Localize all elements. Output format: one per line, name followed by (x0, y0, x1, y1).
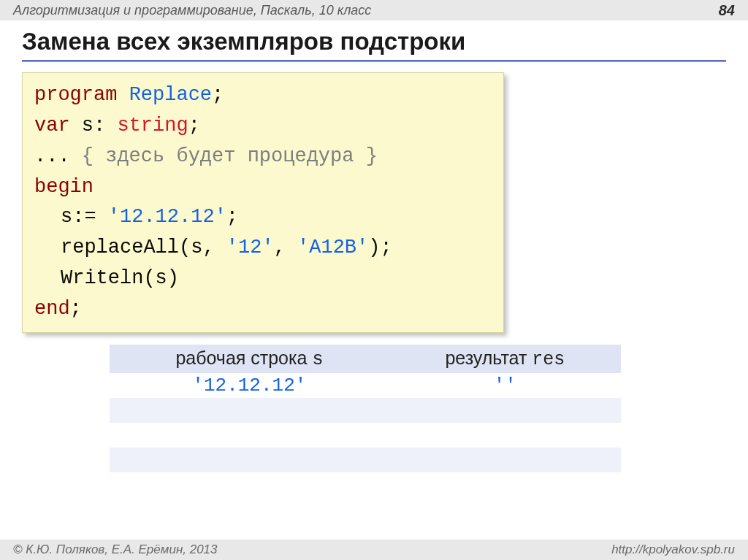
fn-writeln: Writeln (61, 267, 143, 289)
cell-res: '' (494, 375, 516, 396)
authors-label: © К.Ю. Поляков, Е.А. Ерёмин, 2013 (13, 542, 218, 557)
table-header-row: рабочая строка s результат res (110, 345, 621, 373)
type-string: string (117, 115, 188, 137)
table-row (110, 472, 621, 497)
code-line: end; (34, 294, 492, 325)
fn-replaceall: replaceAll (61, 237, 179, 258)
kw-begin: begin (34, 176, 94, 198)
table-row (110, 423, 621, 448)
cell-s: '12.12.12' (192, 375, 306, 396)
kw-program: program (34, 84, 117, 106)
code-line: Writeln(s) (34, 264, 492, 294)
id-replace: Replace (129, 84, 212, 106)
code-line: s:= '12.12.12'; (34, 202, 492, 233)
code-line: var s: string; (34, 111, 492, 142)
col-header-res: результат res (389, 345, 621, 373)
code-line: begin (34, 172, 492, 203)
code-line: program Replace; (34, 80, 492, 111)
code-line: replaceAll(s, '12', 'A12B'); (34, 233, 492, 264)
table-row: '12.12.12' '' (110, 373, 621, 398)
slide-title: Замена всех экземпляров подстроки (0, 20, 748, 60)
kw-var: var (34, 115, 70, 137)
code-block: program Replace; var s: string; ... { зд… (22, 72, 504, 333)
slide-footer: © К.Ю. Поляков, Е.А. Ерёмин, 2013 http:/… (0, 540, 748, 560)
code-line: ... { здесь будет процедура } (34, 142, 492, 172)
str-literal: 'A12B' (297, 237, 368, 258)
course-label: Алгоритмизация и программирование, Паска… (13, 3, 371, 18)
slide-header: Алгоритмизация и программирование, Паска… (0, 0, 748, 20)
str-literal: '12' (226, 237, 274, 258)
str-literal: '12.12.12' (108, 206, 226, 228)
url-label: http://kpolyakov.spb.ru (611, 542, 735, 557)
trace-table: рабочая строка s результат res '12.12.12… (110, 345, 621, 497)
page-number: 84 (719, 2, 735, 19)
col-header-s: рабочая строка s (110, 345, 389, 373)
table-row (110, 448, 621, 472)
table-row (110, 398, 621, 423)
comment: { здесь будет процедура } (82, 145, 378, 167)
kw-end: end (34, 298, 70, 320)
title-underline (22, 60, 726, 62)
